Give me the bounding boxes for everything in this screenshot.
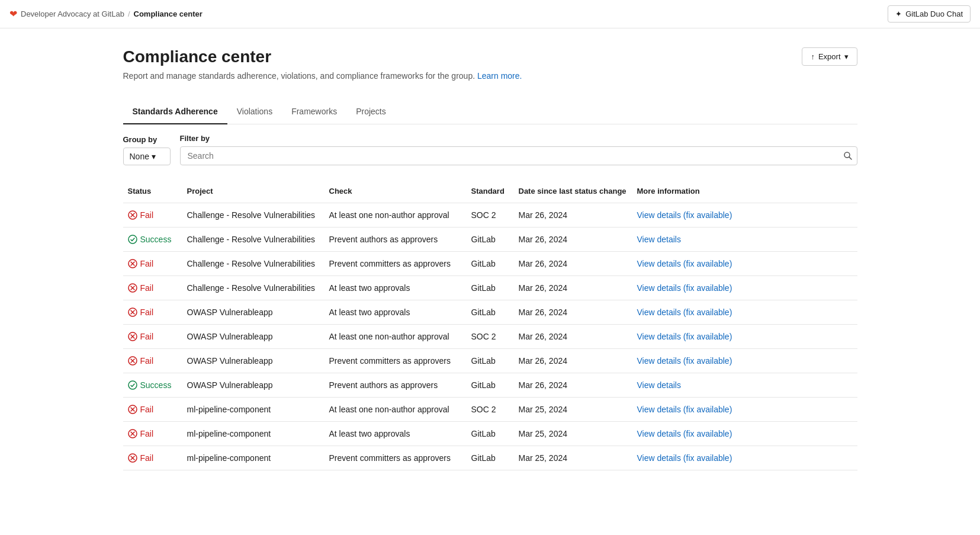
filters-row: Group by None ▾ Filter by <box>123 124 857 175</box>
view-details-link[interactable]: View details (fix available) <box>637 356 732 366</box>
group-by-select[interactable]: None ▾ <box>123 148 171 165</box>
success-icon <box>128 380 137 390</box>
cell-standard: GitLab <box>467 446 514 470</box>
cell-status: Success <box>123 228 182 252</box>
table-row: Fail Challenge - Resolve Vulnerabilities… <box>123 276 857 300</box>
fail-icon <box>128 283 137 293</box>
subtitle-text: Report and manage standards adherence, v… <box>123 71 475 81</box>
tab-standards-adherence[interactable]: Standards Adherence <box>123 100 227 124</box>
cell-standard: GitLab <box>467 276 514 300</box>
view-details-link[interactable]: View details <box>637 235 681 244</box>
status-label: Fail <box>140 453 154 463</box>
cell-standard: GitLab <box>467 422 514 446</box>
cell-date: Mar 26, 2024 <box>514 228 632 252</box>
search-input[interactable] <box>180 146 857 165</box>
status-label: Fail <box>140 283 154 293</box>
tab-frameworks[interactable]: Frameworks <box>282 100 346 124</box>
view-details-link[interactable]: View details (fix available) <box>637 453 732 463</box>
view-details-link[interactable]: View details (fix available) <box>637 283 732 293</box>
col-header-project: Project <box>182 180 324 203</box>
cell-standard: GitLab <box>467 252 514 276</box>
cell-date: Mar 26, 2024 <box>514 276 632 300</box>
view-details-link[interactable]: View details (fix available) <box>637 405 732 414</box>
table-row: Fail ml-pipeline-component At least two … <box>123 422 857 446</box>
compliance-table: Status Project Check Standard Date since… <box>123 180 857 470</box>
cell-project: OWASP Vulnerableapp <box>182 373 324 398</box>
col-header-status: Status <box>123 180 182 203</box>
search-button[interactable] <box>843 151 853 161</box>
table-header-row: Status Project Check Standard Date since… <box>123 180 857 203</box>
heart-icon: ❤ <box>9 8 17 20</box>
tab-bar: Standards Adherence Violations Framework… <box>123 100 857 124</box>
fail-icon <box>128 307 137 317</box>
page-header: Compliance center Report and manage stan… <box>123 47 857 81</box>
fail-icon <box>128 259 137 268</box>
status-label: Fail <box>140 210 154 220</box>
col-header-standard: Standard <box>467 180 514 203</box>
table-row: Success OWASP Vulnerableapp Prevent auth… <box>123 373 857 398</box>
cell-date: Mar 26, 2024 <box>514 349 632 373</box>
status-label: Fail <box>140 307 154 317</box>
fail-icon <box>128 429 137 438</box>
cell-date: Mar 26, 2024 <box>514 300 632 325</box>
learn-more-link[interactable]: Learn more. <box>477 71 522 81</box>
group-by-chevron-icon: ▾ <box>152 152 156 161</box>
view-details-link[interactable]: View details <box>637 380 681 390</box>
status-label: Fail <box>140 356 154 366</box>
cell-status: Fail <box>123 203 182 228</box>
cell-project: Challenge - Resolve Vulnerabilities <box>182 252 324 276</box>
cell-standard: GitLab <box>467 300 514 325</box>
fail-icon <box>128 405 137 414</box>
cell-check: At least two approvals <box>324 276 467 300</box>
cell-check: At least one non-author approval <box>324 325 467 349</box>
table-row: Success Challenge - Resolve Vulnerabilit… <box>123 228 857 252</box>
cell-status: Fail <box>123 349 182 373</box>
table-header: Status Project Check Standard Date since… <box>123 180 857 203</box>
cell-project: Challenge - Resolve Vulnerabilities <box>182 276 324 300</box>
cell-date: Mar 26, 2024 <box>514 325 632 349</box>
fail-icon <box>128 332 137 341</box>
filter-by-group: Filter by <box>180 134 857 165</box>
table-row: Fail Challenge - Resolve Vulnerabilities… <box>123 203 857 228</box>
fail-icon <box>128 210 137 220</box>
cell-status: Fail <box>123 398 182 422</box>
cell-project: ml-pipeline-component <box>182 422 324 446</box>
cell-date: Mar 25, 2024 <box>514 422 632 446</box>
col-header-more: More information <box>632 180 857 203</box>
view-details-link[interactable]: View details (fix available) <box>637 259 732 268</box>
view-details-link[interactable]: View details (fix available) <box>637 332 732 341</box>
group-by-label: Group by <box>123 135 171 144</box>
page-header-left: Compliance center Report and manage stan… <box>123 47 522 81</box>
cell-project: Challenge - Resolve Vulnerabilities <box>182 203 324 228</box>
table-row: Fail OWASP Vulnerableapp At least two ap… <box>123 300 857 325</box>
cell-standard: GitLab <box>467 228 514 252</box>
svg-point-21 <box>128 381 137 389</box>
duo-chat-button[interactable]: ✦ GitLab Duo Chat <box>888 5 971 23</box>
export-up-icon: ↑ <box>811 52 815 61</box>
fail-icon <box>128 356 137 366</box>
export-button[interactable]: ↑ Export ▾ <box>802 47 857 66</box>
tab-projects[interactable]: Projects <box>346 100 396 124</box>
tab-violations[interactable]: Violations <box>227 100 282 124</box>
table-row: Fail ml-pipeline-component At least one … <box>123 398 857 422</box>
group-by-filter: Group by None ▾ <box>123 135 171 165</box>
search-icon <box>843 151 853 161</box>
cell-date: Mar 25, 2024 <box>514 398 632 422</box>
cell-status: Fail <box>123 325 182 349</box>
cell-status: Fail <box>123 300 182 325</box>
view-details-link[interactable]: View details (fix available) <box>637 210 732 220</box>
view-details-link[interactable]: View details (fix available) <box>637 307 732 317</box>
cell-status: Fail <box>123 252 182 276</box>
view-details-link[interactable]: View details (fix available) <box>637 429 732 438</box>
status-label: Fail <box>140 429 154 438</box>
cell-date: Mar 26, 2024 <box>514 252 632 276</box>
cell-status: Fail <box>123 446 182 470</box>
duo-chat-icon: ✦ <box>895 9 902 18</box>
table-row: Fail ml-pipeline-component Prevent commi… <box>123 446 857 470</box>
fail-icon <box>128 453 137 463</box>
col-header-date: Date since last status change <box>514 180 632 203</box>
page-title: Compliance center <box>123 47 522 66</box>
current-page-label: Compliance center <box>134 9 203 18</box>
cell-standard: SOC 2 <box>467 325 514 349</box>
cell-project: OWASP Vulnerableapp <box>182 349 324 373</box>
